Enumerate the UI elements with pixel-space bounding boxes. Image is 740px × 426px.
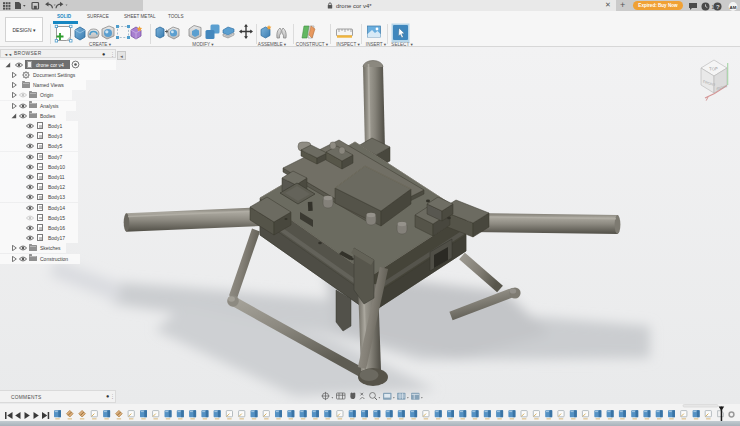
svg-text:TOP: TOP xyxy=(709,66,718,71)
